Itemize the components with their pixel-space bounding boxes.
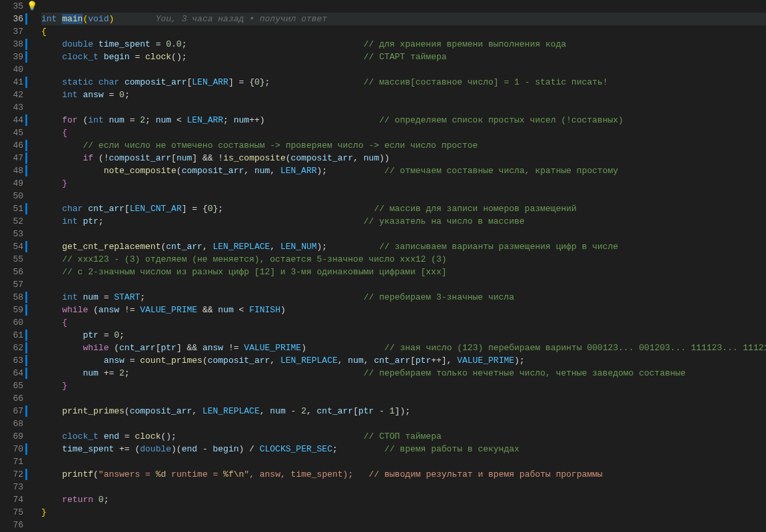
code-line[interactable]: get_cnt_replacement(cnt_arr, LEN_REPLACE… (41, 240, 766, 253)
line-number: 72 (0, 468, 23, 481)
code-line[interactable] (41, 228, 766, 240)
code-line[interactable]: ptr = 0; (41, 329, 766, 342)
line-number: 47 (0, 152, 23, 164)
line-number: 37 (0, 25, 23, 38)
code-line[interactable] (41, 519, 766, 531)
code-line[interactable]: { (41, 127, 766, 139)
line-number: 44 (0, 114, 23, 127)
code-line[interactable]: char cnt_arr[LEN_CNT_AR] = {0}; // масси… (41, 202, 766, 215)
line-number: 69 (0, 430, 23, 443)
line-number: 66 (0, 392, 23, 405)
code-line[interactable]: } (41, 380, 766, 392)
line-number: 74 (0, 493, 23, 506)
code-line[interactable]: // если число не отмечено составным -> п… (41, 139, 766, 152)
code-line[interactable]: clock_t end = clock(); // СТОП таймера (41, 430, 766, 443)
code-line[interactable]: static char composit_arr[LEN_ARR] = {0};… (41, 76, 766, 89)
line-number: 43 (0, 101, 23, 114)
line-number: 46 (0, 139, 23, 152)
line-number: 67 (0, 405, 23, 417)
line-number: 62 (0, 342, 23, 354)
line-number: 52 (0, 215, 23, 228)
code-line[interactable] (41, 101, 766, 114)
code-area[interactable]: 💡int main(void) You, 3 часа назад • полу… (29, 0, 766, 532)
line-number: 61 (0, 329, 23, 342)
code-line[interactable]: } (41, 177, 766, 190)
code-line[interactable] (41, 63, 766, 76)
code-line[interactable]: while (answ != VALUE_PRIME && num < FINI… (41, 304, 766, 316)
code-line[interactable]: num += 2; // перебираем только нечетные … (41, 367, 766, 380)
code-line[interactable]: for (int num = 2; num < LEN_ARR; num++) … (41, 114, 766, 127)
line-number: 54 (0, 240, 23, 253)
line-number: 51 (0, 202, 23, 215)
code-line[interactable] (41, 190, 766, 202)
line-number: 63 (0, 354, 23, 367)
line-number: 60 (0, 316, 23, 329)
line-number: 49 (0, 177, 23, 190)
code-line[interactable] (41, 417, 766, 430)
code-line[interactable]: answ = count_primes(composit_arr, LEN_RE… (41, 354, 766, 367)
line-number: 76 (0, 519, 23, 531)
line-number: 39 (0, 51, 23, 63)
line-number: 71 (0, 455, 23, 468)
line-number: 57 (0, 278, 23, 291)
code-line[interactable]: clock_t begin = clock(); // СТАРТ таймер… (41, 51, 766, 63)
line-number: 41 (0, 76, 23, 89)
code-line[interactable] (41, 278, 766, 291)
code-editor[interactable]: 3536373839404142434445464748495051525354… (0, 0, 766, 532)
line-number-gutter: 3536373839404142434445464748495051525354… (0, 0, 29, 532)
line-number: 73 (0, 481, 23, 493)
code-line-active[interactable]: int main(void) You, 3 часа назад • получ… (41, 13, 766, 25)
code-line[interactable] (41, 392, 766, 405)
code-line[interactable]: // c 2-значным числом из разных цифр [12… (41, 266, 766, 278)
line-number: 36 (0, 13, 23, 25)
code-line[interactable]: if (!composit_arr[num] && !is_composite(… (41, 152, 766, 164)
code-line[interactable]: return 0; (41, 493, 766, 506)
code-line[interactable]: int num = START; // перебираем 3-значные… (41, 291, 766, 304)
line-number: 45 (0, 127, 23, 139)
line-number: 68 (0, 417, 23, 430)
code-line[interactable]: while (cnt_arr[ptr] && answ != VALUE_PRI… (41, 342, 766, 354)
code-line[interactable]: // xxx123 - (3) отделяем (не меняется), … (41, 253, 766, 266)
line-number: 38 (0, 38, 23, 51)
line-number: 35 (0, 0, 23, 13)
git-blame-annotation[interactable]: You, 3 часа назад • получил ответ (156, 14, 327, 24)
code-line[interactable]: int answ = 0; (41, 89, 766, 101)
line-number: 70 (0, 443, 23, 455)
line-number: 42 (0, 89, 23, 101)
code-line[interactable]: time_spent += (double)(end - begin) / CL… (41, 443, 766, 455)
code-line[interactable]: int ptr; // указатель на число в массиве (41, 215, 766, 228)
code-line[interactable]: { (41, 25, 766, 38)
line-number: 53 (0, 228, 23, 240)
line-number: 58 (0, 291, 23, 304)
line-number: 40 (0, 63, 23, 76)
code-line[interactable]: print_primes(composit_arr, LEN_REPLACE, … (41, 405, 766, 417)
code-line[interactable]: } (41, 506, 766, 519)
line-number: 48 (0, 164, 23, 177)
line-number: 50 (0, 190, 23, 202)
code-line[interactable] (41, 481, 766, 493)
code-line[interactable]: { (41, 316, 766, 329)
line-number: 75 (0, 506, 23, 519)
code-line[interactable] (41, 455, 766, 468)
code-line[interactable]: printf("answers = %d runtime = %f\n", an… (41, 468, 766, 481)
line-number: 59 (0, 304, 23, 316)
code-line[interactable]: double time_spent = 0.0; // для хранения… (41, 38, 766, 51)
line-number: 55 (0, 253, 23, 266)
line-number: 56 (0, 266, 23, 278)
code-line[interactable]: note_composite(composit_arr, num, LEN_AR… (41, 164, 766, 177)
line-number: 65 (0, 380, 23, 392)
lightbulb-icon[interactable]: 💡 (27, 0, 37, 13)
line-number: 64 (0, 367, 23, 380)
